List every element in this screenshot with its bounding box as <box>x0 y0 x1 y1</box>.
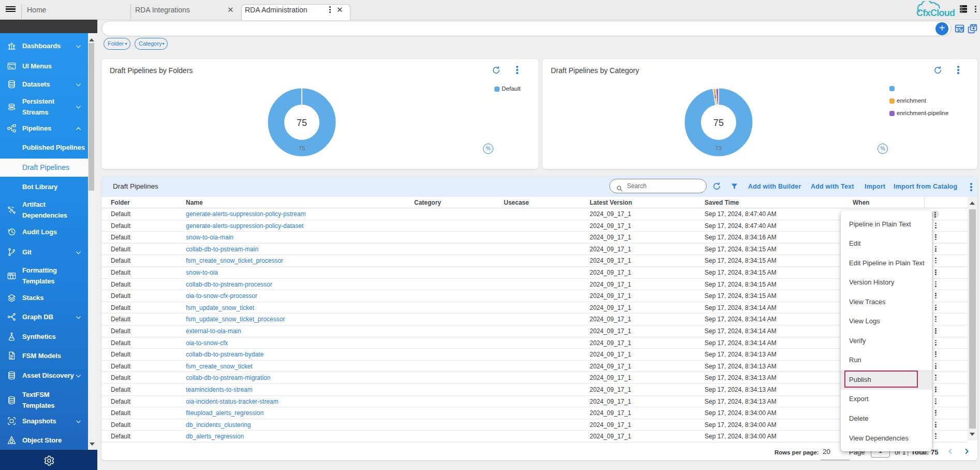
svg-text:1: 1 <box>714 93 716 99</box>
svg-text:CfxCloud: CfxCloud <box>916 8 955 18</box>
svg-text:75: 75 <box>299 145 305 151</box>
svg-text:75: 75 <box>713 118 724 128</box>
svg-text:75: 75 <box>297 118 307 128</box>
svg-text:73: 73 <box>715 145 722 151</box>
